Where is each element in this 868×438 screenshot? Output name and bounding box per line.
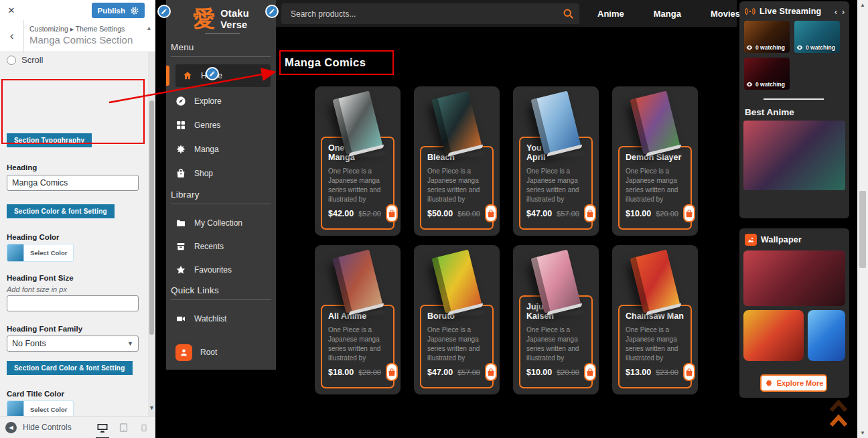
card-title-color-label: Card Title Color: [7, 390, 64, 398]
sidebar-item-recents[interactable]: Recents: [175, 236, 271, 257]
brand-line2: Verse: [220, 19, 247, 30]
back-button[interactable]: ‹: [0, 20, 24, 52]
archive-box-icon: [175, 241, 186, 252]
sidebar-item-favourites[interactable]: Favourites: [175, 260, 271, 280]
menu-section-title: Menu: [171, 42, 194, 52]
desktop-preview-button[interactable]: [96, 422, 108, 434]
nav-movies[interactable]: Movies: [711, 9, 740, 19]
sidebar-item-label: Watchlist: [194, 314, 226, 323]
sidebar-item-watchlist[interactable]: Watchlist: [175, 309, 271, 329]
page-scrollbar[interactable]: ▲ ▼: [857, 0, 868, 438]
search-input[interactable]: [281, 3, 579, 24]
panel-scrollbar-thumb[interactable]: [149, 100, 154, 335]
product-description: One Piece is a Japanese manga series wri…: [526, 167, 585, 204]
stream-thumbnail[interactable]: 0 watching: [744, 21, 790, 53]
product-card[interactable]: Chainsaw Man One Piece is a Japanese man…: [612, 245, 698, 394]
product-price: $10.00: [626, 209, 651, 218]
best-anime-image[interactable]: [743, 121, 845, 190]
scroll-down-icon[interactable]: ▼: [149, 405, 155, 411]
user-avatar-icon: [175, 344, 192, 361]
sidebar-item-genres[interactable]: Genres: [175, 115, 271, 135]
edit-menu-pencil-icon[interactable]: [206, 67, 219, 80]
home-icon: [182, 70, 193, 81]
heading-font-size-input[interactable]: [7, 295, 139, 311]
tablet-preview-button[interactable]: [117, 422, 129, 434]
scrollbar-up-icon[interactable]: ▲: [857, 2, 868, 8]
live-streaming-title: Live Streaming: [760, 7, 821, 16]
product-card[interactable]: You Lie in April One Piece is a Japanese…: [513, 86, 599, 236]
brand-logo[interactable]: 愛 Otaku Verse: [166, 4, 276, 34]
stream-thumbnails: 0 watching 0 watching 0 watching: [744, 21, 840, 90]
customizer-header: ✕ Publish: [0, 0, 155, 20]
publish-label: Publish: [97, 7, 125, 15]
collapse-icon[interactable]: ◀: [5, 422, 17, 433]
sidebar-item-explore[interactable]: Explore: [175, 91, 271, 111]
add-to-cart-button[interactable]: [584, 204, 596, 222]
nav-manga[interactable]: Manga: [654, 9, 681, 19]
stream-thumbnail[interactable]: 0 watching: [794, 21, 840, 53]
nav-anime[interactable]: Anime: [597, 9, 624, 19]
radio-button-icon[interactable]: [7, 56, 16, 65]
color-swatch[interactable]: [7, 244, 24, 262]
product-card[interactable]: All Anime One Piece is a Japanese manga …: [315, 245, 401, 394]
product-card[interactable]: Bleach One Piece is a Japanese manga ser…: [414, 86, 500, 236]
quicklinks-divider: [171, 299, 271, 300]
wallpaper-image-small[interactable]: [808, 310, 845, 361]
wallpaper-image-small[interactable]: [743, 310, 804, 361]
broadcast-icon: [745, 7, 755, 16]
sidebar-item-shop[interactable]: Shop: [175, 163, 271, 184]
carousel-prev-icon[interactable]: ‹: [835, 7, 837, 17]
scroll-up-icon[interactable]: ▲: [146, 25, 152, 31]
scroll-to-top-button[interactable]: [828, 398, 849, 433]
sidebar-item-home[interactable]: Home: [175, 64, 271, 87]
carousel-next-icon[interactable]: ›: [842, 7, 845, 17]
heading-color-picker[interactable]: Select Color: [7, 244, 74, 262]
sidebar-item-label: Genres: [194, 121, 220, 130]
folder-icon: [175, 218, 186, 228]
product-image: [513, 86, 599, 137]
stream-thumbnail[interactable]: 0 watching: [744, 58, 790, 90]
product-price: $47.00: [427, 368, 453, 377]
product-card[interactable]: One Piece Manga One Piece is a Japanese …: [315, 86, 401, 236]
wallpaper-image-large[interactable]: [743, 250, 845, 306]
add-to-cart-button[interactable]: [485, 204, 497, 222]
wallpaper-panel: Wallpaper Explore More: [739, 228, 849, 398]
select-color-button[interactable]: Select Color: [24, 244, 74, 262]
scrollbar-down-icon[interactable]: ▼: [857, 430, 868, 436]
edit-search-pencil-icon[interactable]: [265, 5, 279, 18]
sidebar-item-label: My Collection: [194, 218, 242, 228]
close-icon[interactable]: ✕: [5, 4, 18, 17]
add-to-cart-button[interactable]: [386, 204, 398, 222]
publish-button[interactable]: Publish: [92, 3, 145, 18]
product-card[interactable]: Jujutsu Kaisen One Piece is a Japanese m…: [513, 245, 599, 394]
search-icon[interactable]: [563, 8, 574, 19]
add-to-cart-button[interactable]: [683, 204, 695, 222]
eye-icon: [746, 82, 753, 87]
explore-more-button[interactable]: Explore More: [760, 374, 827, 392]
product-card[interactable]: Boruto One Piece is a Japanese manga ser…: [414, 245, 500, 394]
add-to-cart-button[interactable]: [683, 363, 695, 381]
mobile-preview-button[interactable]: [138, 422, 150, 434]
sidebar-item-my-collection[interactable]: My Collection: [175, 213, 271, 233]
sidebar-item-manga[interactable]: Manga: [175, 139, 271, 159]
panel-scrollbar-track[interactable]: [148, 52, 155, 416]
sidebar-item-root[interactable]: Root: [175, 342, 271, 362]
product-card[interactable]: Demon Slayer One Piece is a Japanese man…: [612, 86, 698, 236]
add-to-cart-button[interactable]: [485, 363, 497, 381]
add-to-cart-button[interactable]: [386, 363, 398, 381]
product-price: $50.00: [427, 209, 453, 218]
gear-icon[interactable]: [130, 6, 139, 15]
scrollbar-thumb[interactable]: [859, 191, 866, 268]
product-description: One Piece is a Japanese manga series wri…: [626, 167, 684, 204]
edit-logo-pencil-icon[interactable]: [157, 5, 171, 18]
grid-icon: [175, 120, 186, 131]
sidebar-item-label: Shop: [194, 169, 213, 178]
scroll-radio-row[interactable]: Scroll: [7, 55, 44, 65]
hide-controls-label[interactable]: Hide Controls: [23, 423, 72, 432]
heading-font-family-select[interactable]: No Fonts ▼: [7, 336, 139, 352]
product-old-price: $28.00: [358, 368, 381, 376]
product-image: [414, 245, 500, 305]
heading-input[interactable]: [7, 175, 139, 191]
add-to-cart-button[interactable]: [584, 363, 596, 381]
sidebar-item-label: Favourites: [194, 265, 232, 275]
